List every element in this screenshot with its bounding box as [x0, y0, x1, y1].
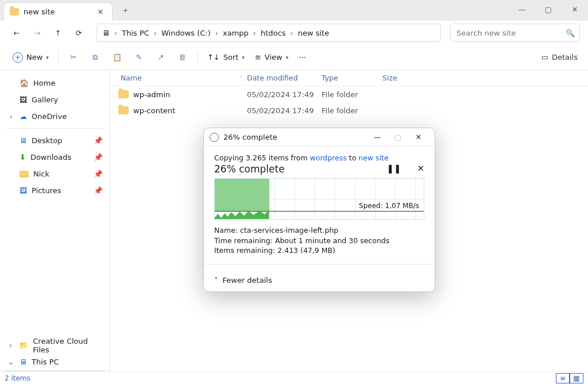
refresh-button[interactable]: ⟳ — [70, 24, 87, 41]
sidebar-item-desktop[interactable]: 🖥Desktop📌 — [3, 132, 106, 149]
minimize-button[interactable]: — — [367, 130, 388, 144]
kv-label: Items remaining: — [214, 246, 277, 255]
row-type: File folder — [322, 90, 382, 99]
chevron-right-icon[interactable]: › — [289, 29, 295, 37]
window-tab[interactable]: new site ✕ — [3, 2, 113, 21]
copy-button[interactable]: ⧉ — [85, 48, 106, 67]
minimize-button[interactable]: — — [509, 0, 535, 18]
delete-button[interactable]: 🗑 — [172, 48, 193, 67]
sidebar-item-label: Nick — [33, 170, 49, 178]
chevron-up-icon: ˄ — [214, 276, 218, 285]
sidebar-item-this-pc[interactable]: ⌄🖥This PC — [3, 354, 106, 370]
dialog-titlebar[interactable]: 26% complete — ▢ ✕ — [204, 128, 435, 147]
column-header-type[interactable]: Type — [322, 74, 382, 82]
chevron-down-icon: ▾ — [46, 55, 49, 60]
fewer-details-button[interactable]: ˄ Fewer details — [204, 270, 435, 291]
crumb-this-pc[interactable]: This PC — [118, 29, 153, 37]
row-name: wp-content — [133, 106, 175, 115]
sort-button[interactable]: ↑↓ Sort ▾ — [203, 53, 249, 62]
more-button[interactable]: ⋯ — [294, 53, 311, 62]
up-button[interactable]: ↑ — [49, 24, 67, 41]
column-header-name[interactable]: Name˄ — [118, 74, 247, 82]
nav-bar: ← → ↑ ⟳ 🖥 › This PC › Windows (C:) › xam… — [0, 21, 588, 45]
column-header-size[interactable]: Size — [382, 74, 428, 82]
sidebar-item-onedrive[interactable]: ›☁OneDrive — [3, 108, 106, 125]
search-box[interactable]: 🔍 — [450, 24, 580, 42]
kv-value: 2.413 (47,9 MB) — [277, 246, 335, 255]
maximize-button[interactable]: ▢ — [535, 0, 562, 18]
copy-mid: to — [347, 153, 359, 162]
view-button[interactable]: ≡ View ▾ — [250, 53, 293, 62]
rename-button[interactable]: ✎ — [129, 48, 149, 67]
home-icon: 🏠 — [20, 79, 29, 87]
new-label: New — [26, 53, 42, 62]
download-icon: ⬇ — [20, 153, 26, 162]
back-button[interactable]: ← — [8, 24, 25, 41]
sort-indicator-icon: ˄ — [240, 75, 243, 81]
item-count: 2 items — [5, 374, 30, 382]
chart-fill — [215, 179, 269, 211]
chevron-right-icon[interactable]: › — [113, 29, 118, 37]
table-row[interactable]: wp-admin 05/02/2024 17:49 File folder — [110, 86, 588, 102]
forward-button[interactable]: → — [29, 24, 46, 41]
kv-value: cta-services-image-left.php — [240, 226, 338, 235]
crumb-htdocs[interactable]: htdocs — [257, 29, 289, 37]
cancel-button[interactable]: ✕ — [417, 163, 424, 174]
breadcrumb[interactable]: 🖥 › This PC › Windows (C:) › xampp › htd… — [96, 24, 441, 42]
dialog-title: 26% complete — [223, 133, 277, 141]
sidebar-item-pictures[interactable]: 🖼Pictures📌 — [3, 182, 106, 199]
maximize-button[interactable]: ▢ — [388, 130, 408, 144]
pin-icon: 📌 — [94, 153, 103, 162]
crumb-newsite[interactable]: new site — [295, 29, 332, 37]
close-button[interactable]: ✕ — [408, 130, 429, 144]
link-dest[interactable]: new site — [358, 153, 388, 162]
share-button[interactable]: ↗ — [150, 48, 171, 67]
separator — [198, 51, 198, 64]
title-bar: new site ✕ ＋ — ▢ ✕ — [0, 0, 588, 21]
sidebar-item-gallery[interactable]: 🖼Gallery — [3, 91, 106, 108]
link-source[interactable]: wordpress — [310, 153, 347, 162]
table-row[interactable]: wp-content 05/02/2024 17:49 File folder — [110, 102, 588, 118]
chevron-right-icon[interactable]: › — [214, 29, 219, 37]
new-tab-button[interactable]: ＋ — [117, 2, 133, 18]
sidebar-item-label: Desktop — [32, 136, 63, 145]
sidebar-item-label: Home — [33, 79, 55, 87]
chevron-down-icon[interactable]: ⌄ — [7, 358, 15, 366]
chevron-right-icon[interactable]: › — [7, 341, 14, 350]
sidebar-item-downloads[interactable]: ⬇Downloads📌 — [3, 149, 106, 166]
copy-details: Name: cta-services-image-left.php Time r… — [214, 225, 424, 256]
separator — [6, 128, 104, 129]
details-label: Details — [552, 53, 578, 62]
details-pane-button[interactable]: ▭ Details — [541, 53, 580, 62]
column-header-date[interactable]: Date modified — [247, 74, 322, 82]
pause-button[interactable]: ❚❚ — [386, 163, 401, 174]
folder-icon — [118, 90, 129, 98]
cc-icon: 📁 — [19, 341, 28, 350]
search-input[interactable] — [455, 28, 566, 38]
fewer-label: Fewer details — [223, 276, 272, 285]
chevron-right-icon[interactable]: › — [7, 112, 15, 121]
close-tab-button[interactable]: ✕ — [95, 6, 106, 18]
copy-summary: Copying 3.265 items from wordpress to ne… — [214, 153, 424, 162]
kv-label: Name: — [214, 226, 240, 235]
new-button[interactable]: + New ▾ — [8, 48, 53, 67]
sidebar-item-nick[interactable]: Nick📌 — [3, 166, 106, 182]
crumb-xampp[interactable]: xampp — [219, 29, 252, 37]
view-label: View — [265, 53, 283, 62]
chevron-right-icon[interactable]: › — [252, 29, 257, 37]
paste-button[interactable]: 📋 — [107, 48, 127, 67]
tiles-layout-button[interactable]: ▦ — [570, 373, 583, 383]
crumb-winc[interactable]: Windows (C:) — [158, 29, 214, 37]
row-date: 05/02/2024 17:49 — [247, 106, 322, 115]
search-icon[interactable]: 🔍 — [566, 29, 575, 37]
sidebar-item-windows-c[interactable]: ›💽Windows (C:) — [3, 370, 106, 371]
sidebar-item-creative-cloud[interactable]: ›📁Creative Cloud Files — [3, 337, 106, 354]
cloud-icon: ☁ — [20, 112, 27, 121]
details-layout-button[interactable]: ≡ — [556, 373, 570, 383]
pin-icon: 📌 — [94, 136, 103, 145]
cut-button[interactable]: ✂ — [63, 48, 84, 67]
sidebar-item-home[interactable]: 🏠Home — [3, 75, 106, 91]
sidebar-item-label: Creative Cloud Files — [33, 337, 103, 354]
chevron-right-icon[interactable]: › — [153, 29, 158, 37]
close-window-button[interactable]: ✕ — [562, 0, 588, 18]
